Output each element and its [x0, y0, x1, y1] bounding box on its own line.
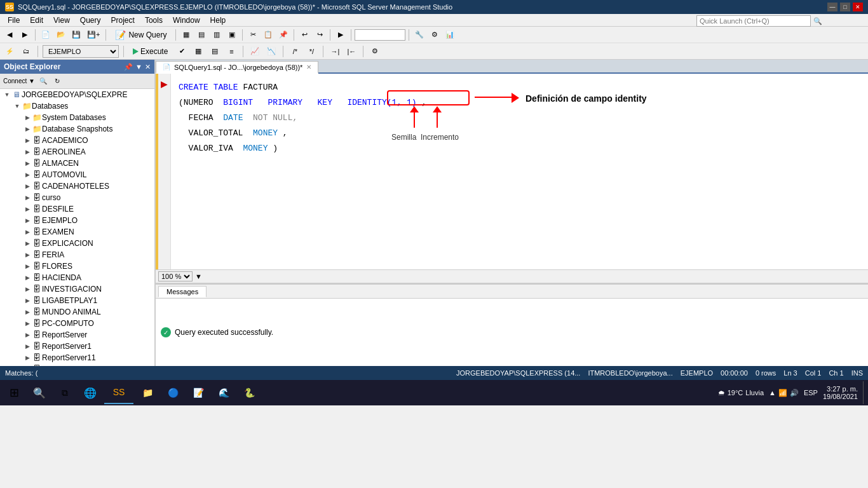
tree-db-mundo-animal[interactable]: ▶ 🗄 MUNDO ANIMAL: [0, 306, 154, 318]
tree-system-databases[interactable]: ▶ 📁 System Databases: [0, 112, 154, 123]
tb-btn-2[interactable]: ▤: [194, 28, 208, 42]
tree-db-explicacion[interactable]: ▶ 🗄 EXPLICACION: [0, 238, 154, 249]
copy-button[interactable]: 📋: [261, 28, 275, 42]
tree-db-reportserver[interactable]: ▶ 🗄 ReportServer: [0, 329, 154, 341]
save-all-button[interactable]: 💾+: [85, 28, 102, 42]
tree-db-examen[interactable]: ▶ 🗄 EXAMEN: [0, 226, 154, 238]
comment-button[interactable]: /*: [288, 44, 302, 58]
database-selector[interactable]: EJEMPLO: [43, 45, 119, 58]
tree-db-hacienda[interactable]: ▶ 🗄 HACIENDA: [0, 272, 154, 283]
oe-pin-button[interactable]: 📌: [124, 63, 133, 71]
menu-view[interactable]: View: [48, 15, 75, 26]
chrome-button[interactable]: 🔵: [161, 381, 184, 404]
menu-file[interactable]: File: [3, 15, 25, 26]
search-taskbar-button[interactable]: 🔍: [28, 381, 51, 404]
menu-window[interactable]: Window: [168, 15, 205, 26]
tree-server[interactable]: ▼ 🖥 JORGEBEDOYAP\SQLEXPRE: [0, 89, 154, 100]
new-query-button[interactable]: 📝 New Query: [109, 28, 172, 42]
menu-edit[interactable]: Edit: [25, 15, 48, 26]
editor-container[interactable]: ▶ CREATE TABLE FACTURA (NUMERO BIGINT PR…: [156, 74, 868, 269]
display-results-button[interactable]: ▦: [191, 44, 205, 58]
search-icon: 🔍: [813, 17, 822, 25]
paste-button[interactable]: 📌: [276, 28, 290, 42]
tree-db-reportserver11[interactable]: ▶ 🗄 ReportServer11: [0, 352, 154, 363]
oe-dropdown-button[interactable]: ▼: [135, 63, 142, 71]
tree-db-automovil[interactable]: ▶ 🗄 AUTOMOVIL: [0, 169, 154, 180]
menu-query[interactable]: Query: [75, 15, 106, 26]
maximize-button[interactable]: □: [840, 3, 850, 11]
execute-button[interactable]: Execute: [128, 44, 172, 58]
tree-db-aerolinea[interactable]: ▶ 🗄 AEROLINEA: [0, 146, 154, 158]
query-tab-active[interactable]: 📄 SQLQuery1.sql - JO...\jorgebedoya (58)…: [156, 61, 318, 74]
tree-db-reportserver11temp[interactable]: ▶ 🗄 ReportServer11Temp: [0, 363, 154, 366]
tree-db-desfile[interactable]: ▶ 🗄 DESFILE: [0, 203, 154, 215]
tab-close-button[interactable]: ✕: [306, 64, 311, 71]
tree-db-investigacion[interactable]: ▶ 🗄 INVESTIGACION: [0, 283, 154, 295]
tree-db-snapshots[interactable]: ▶ 📁 Database Snapshots: [0, 123, 154, 135]
save-button[interactable]: 💾: [69, 28, 83, 42]
client-statistics[interactable]: 📉: [264, 44, 278, 58]
tb-tools-2[interactable]: ⚙: [428, 28, 442, 42]
collapse-button[interactable]: 🗂: [19, 44, 33, 58]
new-file-button[interactable]: 📄: [39, 28, 53, 42]
editor-content[interactable]: CREATE TABLE FACTURA (NUMERO BIGINT PRIM…: [171, 74, 868, 269]
tb-btn-1[interactable]: ▦: [179, 28, 193, 42]
tree-db-flores[interactable]: ▶ 🗄 FLORES: [0, 261, 154, 272]
indent-button[interactable]: →|: [328, 44, 342, 58]
close-button[interactable]: ✕: [853, 3, 863, 11]
uncomment-button[interactable]: */: [304, 44, 318, 58]
tb-tools-3[interactable]: 📊: [443, 28, 457, 42]
tree-db-ligabetplay1[interactable]: ▶ 🗄 LIGABETPLAY1: [0, 295, 154, 306]
tree-db-reportserver1[interactable]: ▶ 🗄 ReportServer1: [0, 341, 154, 352]
redo-button[interactable]: ↪: [313, 28, 327, 42]
tree-databases[interactable]: ▼ 📁 Databases: [0, 100, 154, 112]
oe-filter-button[interactable]: 🔍: [37, 75, 50, 88]
tree-db-almacen[interactable]: ▶ 🗄 ALMACEN: [0, 158, 154, 169]
tree-db-ejemplo[interactable]: ▶ 🗄 EJEMPLO: [0, 215, 154, 226]
python-button[interactable]: 🐍: [238, 381, 261, 404]
results-to-grid-button[interactable]: ▤: [208, 44, 222, 58]
tree-db-feria[interactable]: ▶ 🗄 FERIA: [0, 249, 154, 261]
toggle-button[interactable]: ⚡: [3, 44, 17, 58]
tb-btn-3[interactable]: ▥: [210, 28, 224, 42]
tree-db-cadenahoteles[interactable]: ▶ 🗄 CADENAHOTELES: [0, 180, 154, 192]
include-actual-plan[interactable]: 📈: [248, 44, 262, 58]
word-button[interactable]: 📝: [187, 381, 210, 404]
menu-tools[interactable]: Tools: [140, 15, 168, 26]
menu-help[interactable]: Help: [205, 15, 231, 26]
open-button[interactable]: 📂: [54, 28, 68, 42]
zoom-selector[interactable]: 100 % 75 % 125 %: [158, 271, 193, 281]
oe-connect-button[interactable]: Connect ▼: [3, 75, 36, 88]
show-desktop-button[interactable]: [863, 381, 865, 404]
file-explorer-button[interactable]: 📁: [136, 381, 159, 404]
menu-project[interactable]: Project: [106, 15, 140, 26]
task-view-button[interactable]: ⧉: [53, 381, 76, 404]
windows-start-button[interactable]: ⊞: [3, 381, 25, 404]
specify-values-button[interactable]: ⚙: [368, 44, 382, 58]
oe-close-button[interactable]: ✕: [145, 63, 151, 71]
minimize-button[interactable]: —: [827, 3, 837, 11]
back-button[interactable]: ◀: [3, 28, 17, 42]
undo-button[interactable]: ↩: [297, 28, 311, 42]
run-query-button[interactable]: ▶: [334, 28, 348, 42]
cut-button[interactable]: ✂: [246, 28, 260, 42]
result-content: ✓ Query executed successfully.: [156, 299, 868, 366]
databases-expand-icon: ▼: [13, 102, 22, 111]
outdent-button[interactable]: |←: [344, 44, 358, 58]
tb-btn-4[interactable]: ▣: [225, 28, 239, 42]
parse-button[interactable]: ✔: [175, 44, 189, 58]
tree-db-pc-computo[interactable]: ▶ 🗄 PC-COMPUTO: [0, 318, 154, 329]
oe-refresh-button[interactable]: ↻: [51, 75, 64, 88]
messages-tab[interactable]: Messages: [158, 286, 207, 297]
edge-button[interactable]: 🌐: [79, 381, 102, 404]
tree-db-academico[interactable]: ▶ 🗄 ACADEMICO: [0, 135, 154, 146]
tb-tools-1[interactable]: 🔧: [412, 28, 426, 42]
ssms-taskbar-app[interactable]: SS: [104, 381, 133, 404]
quick-launch-input[interactable]: [696, 15, 811, 27]
tree-db-curso[interactable]: ▶ 🗄 curso: [0, 192, 154, 203]
results-to-text-button[interactable]: ≡: [224, 44, 238, 58]
db-expand-icon: ▶: [23, 296, 32, 305]
forward-button[interactable]: ▶: [18, 28, 32, 42]
edge2-button[interactable]: 🌊: [212, 381, 235, 404]
font-selector[interactable]: 'Yen': [355, 29, 405, 41]
